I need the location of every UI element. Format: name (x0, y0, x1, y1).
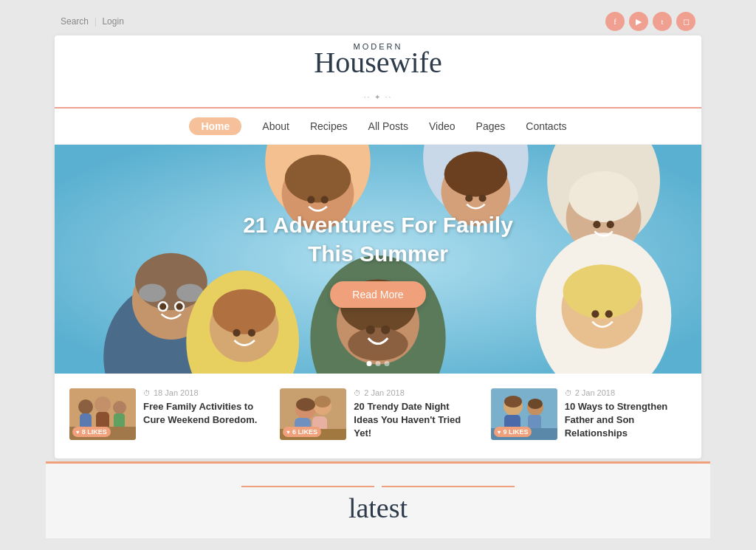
svg-point-43 (176, 303, 183, 310)
nav-home[interactable]: Home (189, 117, 241, 135)
twitter-icon[interactable]: t (653, 12, 672, 31)
post-card-3: ♥ 9 LIKES ⏱ 2 Jan 2018 10 Ways to Streng… (491, 388, 687, 441)
site-header: modern Housewife ·· ✦ ·· (55, 35, 701, 109)
post-2-info: ⏱ 2 Jan 2018 20 Trendy Date Night Ideas … (354, 388, 475, 441)
svg-point-36 (366, 326, 375, 334)
heart-icon-3: ♥ (498, 429, 501, 436)
svg-point-30 (465, 194, 472, 202)
logo-decoration: ·· ✦ ·· (364, 93, 393, 101)
post-2-likes: ♥ 6 LIKES (283, 427, 321, 437)
hero-title: 21 Adventures For Family This Summer (243, 210, 513, 268)
post-3-info: ⏱ 2 Jan 2018 10 Ways to Strengthen Fathe… (565, 388, 687, 441)
svg-rect-51 (114, 413, 125, 428)
svg-point-15 (569, 171, 639, 222)
top-bar: Search | Login f ▶ t ◻ (46, 7, 710, 35)
nav-pages[interactable]: Pages (476, 120, 506, 132)
slider-dot-3[interactable] (385, 361, 390, 366)
svg-point-66 (504, 396, 522, 408)
latest-title: latest (61, 493, 695, 524)
svg-point-31 (478, 194, 486, 202)
divider-line-right (382, 486, 515, 487)
post-2-title[interactable]: 20 Trendy Date Night Ideas You Haven't T… (354, 400, 475, 441)
site-logo: modern Housewife ·· ✦ ·· (314, 43, 441, 104)
svg-point-9 (285, 154, 351, 202)
post-2-date: ⏱ 2 Jan 2018 (354, 388, 475, 397)
svg-point-50 (113, 401, 126, 414)
bottom-divider (61, 486, 695, 487)
svg-point-32 (593, 221, 600, 228)
post-thumb-2[interactable]: ♥ 6 LIKES (280, 388, 346, 440)
main-nav: Home About Recipes All Posts Video Pages… (55, 109, 701, 145)
posts-section: ♥ 8 LIKES ⏱ 18 Jan 2018 Free Family Acti… (55, 374, 701, 458)
login-link[interactable]: Login (102, 16, 123, 27)
svg-point-38 (233, 329, 240, 337)
heart-icon-2: ♥ (286, 429, 290, 436)
svg-point-46 (78, 399, 93, 414)
post-3-date: ⏱ 2 Jan 2018 (565, 388, 687, 397)
svg-point-57 (315, 396, 331, 408)
heart-icon-1: ♥ (76, 429, 80, 436)
svg-point-34 (591, 310, 599, 317)
svg-point-5 (139, 284, 166, 302)
svg-point-56 (296, 398, 315, 411)
hero-read-more-button[interactable]: Read More (330, 281, 425, 308)
svg-point-29 (321, 196, 329, 203)
post-1-title[interactable]: Free Family Activities to Cure Weekend B… (143, 400, 265, 427)
post-card-2: ♥ 6 LIKES ⏱ 2 Jan 2018 20 Trendy Date Ni… (280, 388, 475, 441)
clock-icon-2: ⏱ (354, 389, 361, 397)
post-thumb-3[interactable]: ♥ 9 LIKES (491, 388, 557, 440)
logo-name: Housewife (314, 46, 441, 79)
post-card-1: ♥ 8 LIKES ⏱ 18 Jan 2018 Free Family Acti… (69, 388, 265, 441)
divider: | (94, 16, 96, 27)
post-3-likes: ♥ 9 LIKES (494, 427, 532, 437)
posts-grid: ♥ 8 LIKES ⏱ 18 Jan 2018 Free Family Acti… (69, 388, 687, 441)
nav-recipes[interactable]: Recipes (310, 120, 348, 132)
nav-video[interactable]: Video (429, 120, 456, 132)
svg-point-33 (607, 221, 614, 228)
divider-line-left (241, 486, 374, 487)
post-3-title[interactable]: 10 Ways to Strengthen Father and Son Rel… (565, 400, 687, 441)
hero-content: 21 Adventures For Family This Summer Rea… (243, 210, 513, 308)
post-1-likes: ♥ 8 LIKES (72, 427, 111, 437)
svg-point-48 (94, 396, 111, 413)
clock-icon-3: ⏱ (565, 389, 572, 397)
social-icons-container: f ▶ t ◻ (605, 12, 695, 31)
nav-contacts[interactable]: Contacts (526, 120, 566, 132)
instagram-icon[interactable]: ◻ (676, 12, 695, 31)
post-1-info: ⏱ 18 Jan 2018 Free Family Activities to … (143, 388, 265, 427)
svg-point-28 (307, 196, 315, 203)
slider-dot-1[interactable] (367, 361, 372, 366)
svg-point-12 (444, 151, 508, 196)
nav-all-posts[interactable]: All Posts (368, 120, 408, 132)
bottom-section: latest (46, 461, 710, 539)
svg-point-35 (605, 310, 613, 317)
top-bar-left: Search | Login (61, 16, 124, 27)
site-container: modern Housewife ·· ✦ ·· Home About Reci… (55, 35, 701, 458)
svg-point-37 (381, 326, 390, 334)
svg-point-39 (248, 329, 255, 337)
slider-dots (367, 361, 390, 366)
svg-point-42 (159, 303, 166, 310)
svg-point-67 (528, 399, 543, 409)
svg-point-18 (563, 264, 642, 318)
nav-about[interactable]: About (262, 120, 289, 132)
hero-section: 21 Adventures For Family This Summer Rea… (55, 145, 701, 374)
facebook-icon[interactable]: f (605, 12, 625, 31)
youtube-icon[interactable]: ▶ (629, 12, 648, 31)
post-1-date: ⏱ 18 Jan 2018 (143, 388, 265, 397)
search-link[interactable]: Search (61, 16, 89, 27)
clock-icon-1: ⏱ (143, 389, 151, 397)
slider-dot-2[interactable] (376, 361, 381, 366)
post-thumb-1[interactable]: ♥ 8 LIKES (69, 388, 136, 440)
